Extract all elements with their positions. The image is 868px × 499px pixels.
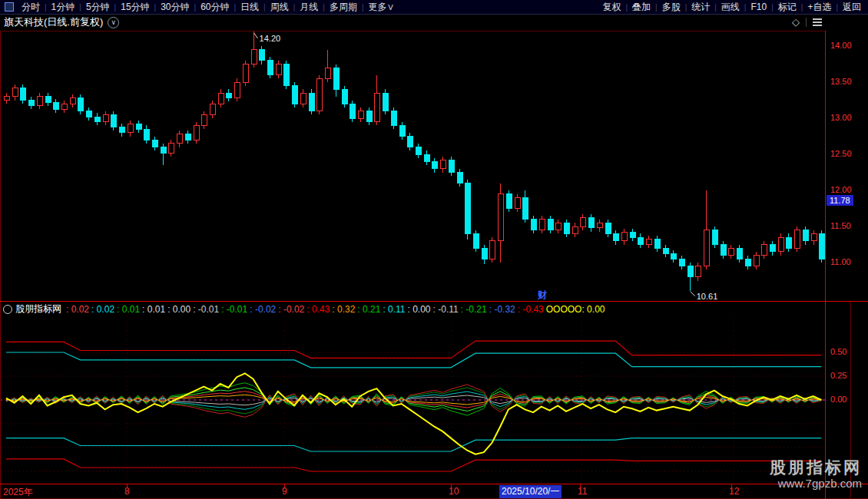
upper-cyan-band [6,352,821,368]
divider: | [362,3,364,12]
divider: | [771,3,774,12]
current-price-badge: 11.78 [827,195,853,206]
divider: | [323,3,325,12]
indicator-chart[interactable] [0,316,825,484]
indicator-value: : 0.43 [306,304,330,315]
indicator-value: : 0.00 [408,304,431,315]
divider: | [714,3,717,12]
indicator-value: : 0.21 [357,304,380,315]
time-axis-label: 10 [449,486,459,497]
indicator-value: : -0.11 [433,304,459,315]
divider: | [154,3,157,12]
divider: | [194,3,197,12]
indicator-value: : -0.01 [193,304,219,315]
left-border [0,31,1,499]
price-axis-label: 11.00 [830,257,851,266]
indicator-value: : -0.43 [518,304,544,315]
lower-cyan-band [6,438,821,451]
indicator-value: : 0.11 [383,304,405,315]
candlestick-chart[interactable]: 14.2010.61财 [0,31,825,301]
window-icon[interactable] [5,2,14,12]
period-tab-0[interactable]: 分时 [18,1,44,14]
indicator-value: : -0.02 [250,304,276,315]
axis-tick [580,484,581,487]
time-axis-label: 12 [729,486,739,497]
event-marker[interactable]: 财 [537,289,547,300]
indicator-value: OOOOO: 0.00 [546,304,605,315]
divider: | [625,3,628,12]
period-tab-10[interactable]: 更多∨ [365,1,399,14]
panel-border [0,31,825,31]
indicator-header: 股朋指标网 : 0.02: 0.02: 0.01: 0.01: 0.00: -0… [0,302,828,316]
time-axis: 2025年89102025/10/20/一1112 [0,484,868,499]
page-title: 旗天科技(日线.前复权) [4,15,103,29]
divider [806,18,807,27]
divider: | [836,3,838,12]
watermark-site-name: 股朋指标网 [770,458,862,477]
time-axis-label: 2025年 [3,486,33,499]
price-axis-label: 11.50 [830,221,851,230]
period-tab-5[interactable]: 60分钟 [197,1,233,14]
toolbar-action-1[interactable]: 叠加 [628,1,654,14]
divider: | [114,3,117,12]
toolbar-action-4[interactable]: 画线 [717,1,744,14]
title-bar-icons: ◇ [792,16,822,28]
axis-tick [731,484,732,487]
divider: | [655,3,658,12]
chevron-down-icon[interactable]: ∨ [108,17,119,28]
crosshair-date[interactable]: 2025/10/20/一 [499,485,562,498]
indicator-axis-label: 0.50 [830,347,846,356]
indicator-collapse-icon[interactable] [3,305,12,314]
period-tab-9[interactable]: 多周期 [326,1,361,14]
lower-red-band [6,459,821,471]
period-tab-2[interactable]: 5分钟 [82,1,114,14]
indicator-value: : -0.02 [278,304,304,315]
price-axis: 14.0013.5013.0012.5012.0011.5011.0011.78… [825,31,868,499]
toolbar-action-6[interactable]: 标记 [774,1,800,14]
divider: | [744,3,747,12]
indicator-value: : 0.02 [66,304,89,315]
indicator-value: : 0.32 [332,304,355,315]
period-tab-7[interactable]: 周线 [267,1,293,14]
toolbar-actions: 复权|叠加|多股|统计|画线|F10|标记|+自选|返回 [595,0,868,14]
divider: | [263,3,266,12]
toolbar-action-5[interactable]: F10 [747,2,770,12]
period-tab-4[interactable]: 30分钟 [157,1,193,14]
period-tab-3[interactable]: 15分钟 [117,1,153,14]
divider: | [801,3,803,12]
main-indicator-line [6,373,821,454]
axis-tick [284,484,285,487]
divider: | [234,3,237,12]
candles [4,31,824,291]
indicator-value: : 0.00 [167,304,190,315]
toolbar-action-7[interactable]: +自选 [803,1,835,14]
price-axis-label: 13.50 [830,77,852,86]
low-price-label: 10.61 [697,292,718,301]
upper-red-band [6,341,821,358]
indicator-value: : -0.01 [221,304,247,315]
toolbar-action-2[interactable]: 多股 [658,1,684,14]
divider: | [685,3,687,12]
period-tab-8[interactable]: 月线 [296,1,322,14]
panel-separator [0,301,868,302]
period-tab-1[interactable]: 1分钟 [48,1,79,14]
menu-icon[interactable] [813,18,822,26]
price-axis-label: 13.00 [830,113,852,122]
axis-tick [451,484,452,487]
time-axis-label: 9 [282,486,287,497]
watermark-url: www.7gpzb.com [770,477,862,490]
divider: | [79,3,81,12]
diamond-icon[interactable]: ◇ [792,16,800,28]
high-price-label: 14.20 [260,34,281,43]
toolbar-action-8[interactable]: 返回 [839,1,865,14]
indicator-value: : -0.32 [489,304,515,315]
price-axis-label: 12.50 [830,149,852,158]
indicator-values: : 0.02: 0.02: 0.01: 0.01: 0.00: -0.01: -… [66,304,607,315]
trading-app-window: 分时|1分钟|5分钟|15分钟|30分钟|60分钟|日线|周线|月线|多周期|更… [0,0,868,499]
watermark: 股朋指标网 www.7gpzb.com [770,458,862,490]
toolbar-action-3[interactable]: 统计 [687,1,714,14]
indicator-axis-label: 0.00 [830,395,846,404]
period-tab-6[interactable]: 日线 [237,1,263,14]
toolbar-action-0[interactable]: 复权 [598,1,624,14]
indicator-name: 股朋指标网 [15,302,61,316]
